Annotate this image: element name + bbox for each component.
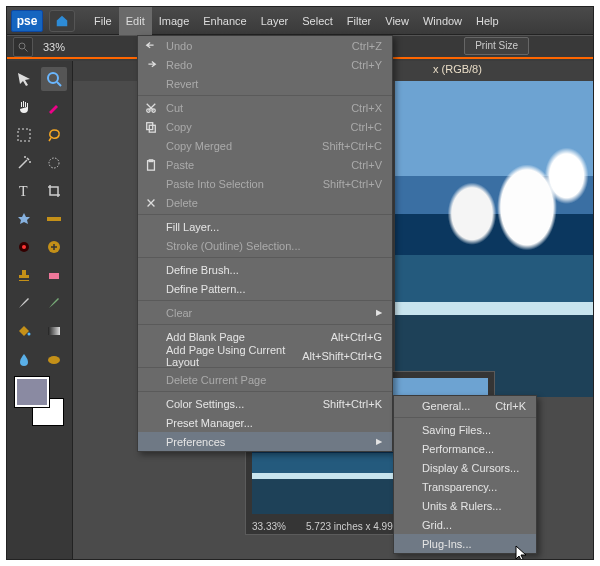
menu-select[interactable]: Select: [295, 7, 340, 35]
menu-label: Preset Manager...: [166, 417, 253, 429]
menu-label: Preferences: [166, 436, 225, 448]
tool-type[interactable]: T: [11, 179, 37, 203]
tool-move[interactable]: [11, 67, 37, 91]
edit-copy-merged: Copy MergedShift+Ctrl+C: [138, 136, 392, 155]
stamp-icon: [16, 267, 32, 283]
pse-logo[interactable]: pse: [11, 10, 43, 32]
tool-smart-brush[interactable]: [41, 291, 67, 315]
menu-shortcut: Ctrl+C: [351, 121, 382, 133]
svg-rect-7: [47, 217, 61, 221]
zoom-percent[interactable]: 33%: [43, 41, 65, 53]
wand-icon: [16, 155, 32, 171]
menu-label: Grid...: [422, 519, 452, 531]
edit-delete-current-page: Delete Current Page: [138, 370, 392, 389]
pref-performance[interactable]: Performance...: [394, 439, 536, 458]
pref-grid[interactable]: Grid...: [394, 515, 536, 534]
pref-general[interactable]: General...Ctrl+K: [394, 396, 536, 415]
edit-preset-manager[interactable]: Preset Manager...: [138, 413, 392, 432]
home-icon: [55, 14, 69, 28]
edit-color-settings[interactable]: Color Settings...Shift+Ctrl+K: [138, 394, 392, 413]
tool-hand[interactable]: [11, 95, 37, 119]
edit-fill-layer[interactable]: Fill Layer...: [138, 217, 392, 236]
color-swatch[interactable]: [15, 377, 63, 425]
menu-shortcut: Ctrl+X: [351, 102, 382, 114]
menu-filter[interactable]: Filter: [340, 7, 378, 35]
svg-rect-13: [48, 327, 60, 335]
menu-label: Delete Current Page: [166, 374, 266, 386]
tool-sponge[interactable]: [41, 347, 67, 371]
eraser-icon: [46, 267, 62, 283]
print-size-button[interactable]: Print Size: [464, 37, 529, 55]
home-button[interactable]: [49, 10, 75, 32]
menu-label: Cut: [166, 102, 183, 114]
menu-edit[interactable]: Edit: [119, 7, 152, 35]
tool-marquee[interactable]: [11, 123, 37, 147]
svg-point-5: [49, 158, 59, 168]
tool-eyedropper[interactable]: [41, 95, 67, 119]
menu-label: Units & Rulers...: [422, 500, 501, 512]
document-title[interactable]: x (RGB/8): [433, 63, 482, 75]
svg-text:T: T: [19, 184, 28, 199]
submenu-arrow-icon: ▶: [376, 437, 382, 446]
tool-zoom[interactable]: [41, 67, 67, 91]
menu-label: Copy Merged: [166, 140, 232, 152]
tool-crop[interactable]: [41, 179, 67, 203]
blur-icon: [16, 351, 32, 367]
foreground-color[interactable]: [15, 377, 49, 407]
svg-line-1: [25, 48, 28, 51]
menu-label: Performance...: [422, 443, 494, 455]
menu-window[interactable]: Window: [416, 7, 469, 35]
menu-label: Paste Into Selection: [166, 178, 264, 190]
tool-heal[interactable]: [41, 235, 67, 259]
edit-define-pattern[interactable]: Define Pattern...: [138, 279, 392, 298]
tool-wand[interactable]: [11, 151, 37, 175]
menu-label: Paste: [166, 159, 194, 171]
edit-add-page-using-current-layout[interactable]: Add Page Using Current LayoutAlt+Shift+C…: [138, 346, 392, 365]
menu-layer[interactable]: Layer: [254, 7, 296, 35]
pref-saving-files[interactable]: Saving Files...: [394, 420, 536, 439]
menu-label: Color Settings...: [166, 398, 244, 410]
menu-label: Define Pattern...: [166, 283, 246, 295]
pref-transparency[interactable]: Transparency...: [394, 477, 536, 496]
tool-eraser[interactable]: [41, 263, 67, 287]
type-icon: T: [16, 183, 32, 199]
menu-help[interactable]: Help: [469, 7, 506, 35]
menu-enhance[interactable]: Enhance: [196, 7, 253, 35]
canvas-image[interactable]: [395, 81, 594, 397]
tool-fill[interactable]: [11, 319, 37, 343]
menu-shortcut: Ctrl+K: [495, 400, 526, 412]
svg-point-12: [28, 333, 31, 336]
fill-icon: [16, 323, 32, 339]
tool-blur[interactable]: [11, 347, 37, 371]
edit-preferences[interactable]: Preferences▶: [138, 432, 392, 451]
menu-file[interactable]: File: [87, 7, 119, 35]
svg-line-3: [57, 82, 61, 86]
zoom-icon: [46, 71, 62, 87]
pref-units-rulers[interactable]: Units & Rulers...: [394, 496, 536, 515]
menu-label: Delete: [166, 197, 198, 209]
menu-label: Saving Files...: [422, 424, 491, 436]
tool-brush[interactable]: [11, 291, 37, 315]
edit-revert: Revert: [138, 74, 392, 93]
pref-display-cursors[interactable]: Display & Cursors...: [394, 458, 536, 477]
menu-image[interactable]: Image: [152, 7, 197, 35]
tool-gradient[interactable]: [41, 319, 67, 343]
tool-stamp[interactable]: [11, 263, 37, 287]
crop-icon: [46, 183, 62, 199]
edit-define-brush[interactable]: Define Brush...: [138, 260, 392, 279]
tool-lasso[interactable]: [41, 123, 67, 147]
tool-select-brush[interactable]: [41, 151, 67, 175]
menu-view[interactable]: View: [378, 7, 416, 35]
svg-point-9: [22, 245, 26, 249]
move-icon: [16, 71, 32, 87]
undo-icon: [145, 40, 157, 52]
menu-shortcut: Shift+Ctrl+C: [322, 140, 382, 152]
brush-icon: [16, 295, 32, 311]
tool-cookie[interactable]: [11, 207, 37, 231]
zoom-tool-indicator[interactable]: [13, 37, 33, 57]
svg-rect-4: [18, 129, 30, 141]
marquee-icon: [16, 127, 32, 143]
tool-redeye[interactable]: [11, 235, 37, 259]
menu-shortcut: Ctrl+Z: [352, 40, 382, 52]
tool-straighten[interactable]: [41, 207, 67, 231]
